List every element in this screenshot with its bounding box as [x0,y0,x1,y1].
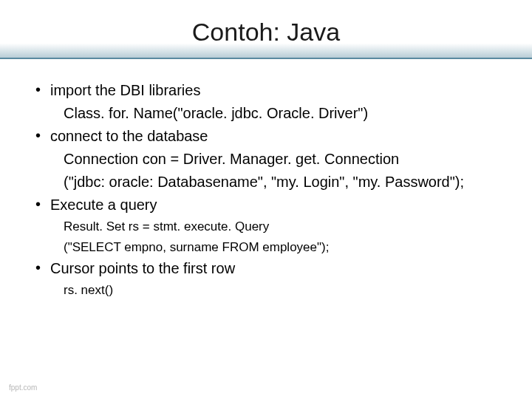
list-item: ("SELECT empno, surname FROM employee"); [30,238,502,257]
header-band: Contoh: Java [0,0,532,59]
item-text: Class. for. Name("oracle. jdbc. Oracle. … [50,105,368,121]
item-text: ("jdbc: oracle: Databasename", "my. Logi… [50,174,464,190]
item-text: rs. next() [50,283,113,297]
footer-watermark: fppt.com [9,383,37,392]
list-item: ("jdbc: oracle: Databasename", "my. Logi… [30,171,502,193]
item-text: Connection con = Driver. Manager. get. C… [50,151,399,167]
item-text: Result. Set rs = stmt. execute. Query [50,219,269,233]
item-text: Cursor points to the first row [50,260,235,276]
list-item: Execute a query [30,194,502,216]
item-text: import the DBI libraries [50,82,200,98]
item-text: connect to the database [50,128,208,144]
list-item: Class. for. Name("oracle. jdbc. Oracle. … [30,103,502,124]
list-item: rs. next() [30,281,502,300]
list-item: connect to the database [30,126,502,147]
content-area: import the DBI libraries Class. for. Nam… [0,59,532,300]
list-item: Connection con = Driver. Manager. get. C… [30,149,502,170]
list-item: Cursor points to the first row [30,258,502,279]
list-item: import the DBI libraries [30,80,502,101]
item-text: Execute a query [50,197,157,213]
item-text: ("SELECT empno, surname FROM employee"); [50,240,329,254]
slide-title: Contoh: Java [192,18,340,47]
bullet-list: import the DBI libraries Class. for. Nam… [30,80,502,300]
list-item: Result. Set rs = stmt. execute. Query [30,217,502,236]
